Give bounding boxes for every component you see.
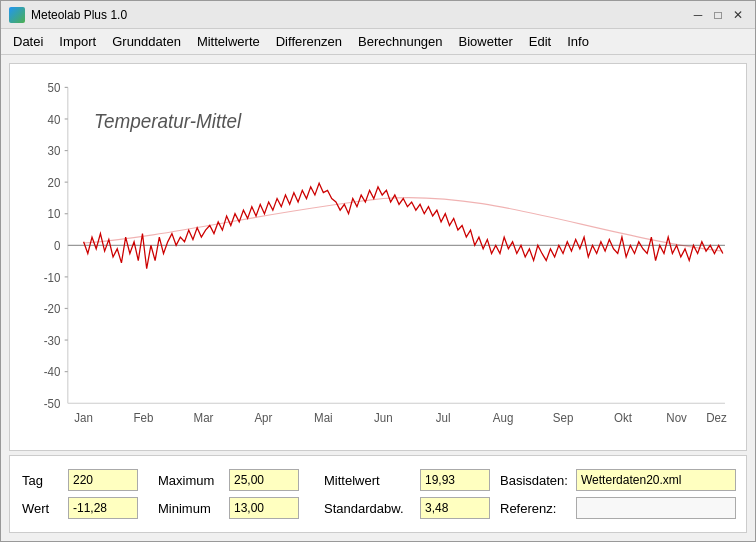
minimum-label: Minimum bbox=[158, 501, 223, 516]
maximize-button[interactable]: □ bbox=[709, 6, 727, 24]
tag-input[interactable] bbox=[68, 469, 138, 491]
basisdaten-row: Basisdaten: bbox=[500, 469, 736, 491]
svg-text:Jun: Jun bbox=[374, 410, 393, 425]
window-title: Meteolab Plus 1.0 bbox=[31, 8, 127, 22]
svg-text:10: 10 bbox=[48, 207, 61, 222]
close-button[interactable]: ✕ bbox=[729, 6, 747, 24]
svg-text:Jul: Jul bbox=[436, 410, 451, 425]
minimum-input[interactable] bbox=[229, 497, 299, 519]
menu-import[interactable]: Import bbox=[51, 32, 104, 51]
svg-text:Dez: Dez bbox=[706, 410, 727, 425]
svg-text:-50: -50 bbox=[44, 396, 61, 411]
chart-area: 50 40 30 20 10 0 -10 -20 -30 bbox=[9, 63, 747, 451]
maximum-label: Maximum bbox=[158, 473, 223, 488]
standardabw-input[interactable] bbox=[420, 497, 490, 519]
temperature-chart: 50 40 30 20 10 0 -10 -20 -30 bbox=[10, 64, 746, 450]
basisdaten-label: Basisdaten: bbox=[500, 473, 570, 488]
basisdaten-group: Basisdaten: Referenz: bbox=[500, 469, 736, 519]
svg-text:Okt: Okt bbox=[614, 410, 633, 425]
menu-biowetter[interactable]: Biowetter bbox=[451, 32, 521, 51]
menu-differenzen[interactable]: Differenzen bbox=[268, 32, 350, 51]
main-window: Meteolab Plus 1.0 ─ □ ✕ Datei Import Gru… bbox=[0, 0, 756, 542]
wert-label: Wert bbox=[22, 501, 62, 516]
minimum-row: Minimum bbox=[158, 497, 308, 519]
svg-text:Nov: Nov bbox=[666, 410, 687, 425]
menu-edit[interactable]: Edit bbox=[521, 32, 559, 51]
svg-text:0: 0 bbox=[54, 238, 61, 253]
menu-bar: Datei Import Grunddaten Mittelwerte Diff… bbox=[1, 29, 755, 55]
mittelwert-group: Mittelwert Standardabw. bbox=[324, 469, 484, 519]
svg-text:Mar: Mar bbox=[194, 410, 214, 425]
svg-text:-20: -20 bbox=[44, 302, 61, 317]
svg-text:Temperatur-Mittel: Temperatur-Mittel bbox=[94, 109, 242, 132]
max-min-group: Maximum Minimum bbox=[158, 469, 308, 519]
menu-grunddaten[interactable]: Grunddaten bbox=[104, 32, 189, 51]
mittelwert-row: Mittelwert bbox=[324, 469, 484, 491]
title-bar: Meteolab Plus 1.0 ─ □ ✕ bbox=[1, 1, 755, 29]
title-bar-left: Meteolab Plus 1.0 bbox=[9, 7, 127, 23]
svg-text:Jan: Jan bbox=[74, 410, 93, 425]
svg-text:Sep: Sep bbox=[553, 410, 574, 425]
standardabw-label: Standardabw. bbox=[324, 501, 414, 516]
mittelwert-input[interactable] bbox=[420, 469, 490, 491]
wert-row: Wert bbox=[22, 497, 142, 519]
wert-input[interactable] bbox=[68, 497, 138, 519]
svg-text:40: 40 bbox=[48, 112, 61, 127]
maximum-row: Maximum bbox=[158, 469, 308, 491]
menu-mittelwerte[interactable]: Mittelwerte bbox=[189, 32, 268, 51]
svg-text:-10: -10 bbox=[44, 270, 61, 285]
svg-text:-40: -40 bbox=[44, 365, 61, 380]
svg-text:Aug: Aug bbox=[493, 410, 514, 425]
menu-datei[interactable]: Datei bbox=[5, 32, 51, 51]
referenz-label: Referenz: bbox=[500, 501, 570, 516]
referenz-input[interactable] bbox=[576, 497, 736, 519]
svg-text:Feb: Feb bbox=[134, 410, 154, 425]
mittelwert-label: Mittelwert bbox=[324, 473, 414, 488]
svg-text:30: 30 bbox=[48, 144, 61, 159]
tag-label: Tag bbox=[22, 473, 62, 488]
svg-text:20: 20 bbox=[48, 175, 61, 190]
referenz-row: Referenz: bbox=[500, 497, 736, 519]
svg-text:-30: -30 bbox=[44, 333, 61, 348]
svg-text:Mai: Mai bbox=[314, 410, 333, 425]
app-icon bbox=[9, 7, 25, 23]
maximum-input[interactable] bbox=[229, 469, 299, 491]
window-controls: ─ □ ✕ bbox=[689, 6, 747, 24]
minimize-button[interactable]: ─ bbox=[689, 6, 707, 24]
menu-info[interactable]: Info bbox=[559, 32, 597, 51]
menu-berechnungen[interactable]: Berechnungen bbox=[350, 32, 451, 51]
tag-row: Tag bbox=[22, 469, 142, 491]
standardabw-row: Standardabw. bbox=[324, 497, 484, 519]
basisdaten-input[interactable] bbox=[576, 469, 736, 491]
svg-text:50: 50 bbox=[48, 81, 61, 96]
svg-text:Apr: Apr bbox=[254, 410, 272, 425]
bottom-panel: Tag Wert Maximum Minimum Mittelw bbox=[9, 455, 747, 533]
tag-wert-group: Tag Wert bbox=[22, 469, 142, 519]
